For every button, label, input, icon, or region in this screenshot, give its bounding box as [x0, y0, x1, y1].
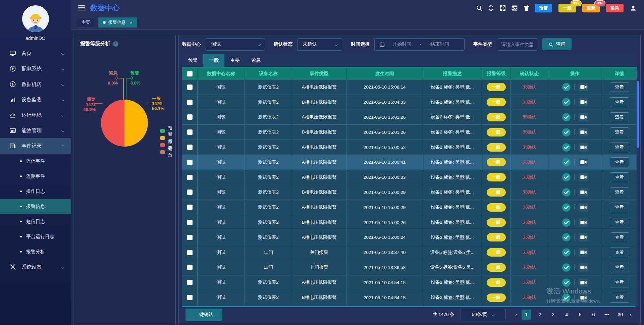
confirm-check-icon[interactable] — [562, 203, 571, 212]
confirm-check-icon[interactable] — [562, 218, 571, 227]
video-camera-icon[interactable] — [579, 218, 588, 227]
page-number[interactable]: 1 — [522, 310, 531, 320]
view-button[interactable]: 查看 — [610, 248, 629, 257]
alarm-badge-重要[interactable]: 重要99+ — [582, 4, 600, 12]
select-all-checkbox[interactable] — [187, 71, 193, 76]
prev-page-arrow[interactable]: ‹ — [515, 312, 517, 318]
row-checkbox[interactable] — [187, 250, 193, 255]
sidebar-item-events[interactable]: 事件记录 — [0, 138, 71, 154]
event-type-input[interactable] — [497, 38, 537, 51]
view-button[interactable]: 查看 — [610, 187, 629, 197]
row-checkbox[interactable] — [187, 265, 193, 270]
row-checkbox[interactable] — [187, 280, 193, 285]
sidebar-subitem-alarm-analysis[interactable]: 报警分析 — [0, 244, 71, 259]
video-camera-icon[interactable] — [579, 113, 588, 121]
view-button[interactable]: 查看 — [610, 263, 629, 272]
translate-icon[interactable]: A文 — [511, 5, 518, 11]
view-button[interactable]: 查看 — [610, 127, 629, 137]
row-checkbox[interactable] — [187, 100, 193, 105]
video-camera-icon[interactable] — [579, 83, 588, 91]
video-camera-icon[interactable] — [579, 263, 588, 272]
confirm-check-icon[interactable] — [562, 158, 571, 167]
vertical-scrollbar-thumb[interactable] — [637, 81, 639, 148]
sidebar-item-environment[interactable]: 运行环境 — [0, 107, 71, 123]
sidebar-item-data-room[interactable]: 数据机房 — [0, 76, 71, 92]
alarm-badge-预警[interactable]: 预警 — [535, 4, 552, 12]
row-checkbox[interactable] — [187, 205, 193, 210]
search-icon[interactable] — [476, 5, 483, 11]
breadcrumb-active-tab[interactable]: 报警信息 × — [98, 17, 137, 28]
video-camera-icon[interactable] — [579, 128, 588, 137]
row-checkbox[interactable] — [187, 145, 193, 150]
confirm-check-icon[interactable] — [562, 128, 571, 137]
page-number[interactable]: 3 — [548, 310, 558, 320]
video-camera-icon[interactable] — [579, 188, 588, 197]
fullscreen-icon[interactable] — [499, 5, 506, 11]
video-camera-icon[interactable] — [579, 143, 588, 152]
row-checkbox[interactable] — [187, 114, 193, 120]
info-icon[interactable]: ! — [113, 41, 118, 47]
video-camera-icon[interactable] — [579, 233, 588, 241]
tab-预警[interactable]: 预警 — [182, 54, 203, 67]
row-checkbox[interactable] — [187, 295, 193, 300]
page-number[interactable]: 5 — [575, 310, 585, 320]
view-button[interactable]: 查看 — [610, 293, 629, 303]
confirm-check-icon[interactable] — [562, 293, 571, 302]
confirm-check-icon[interactable] — [562, 233, 571, 242]
user-icon[interactable] — [630, 5, 637, 11]
page-number[interactable]: 6 — [589, 310, 598, 320]
datacenter-select[interactable]: 测试 — [206, 38, 265, 51]
search-button[interactable]: 查询 — [542, 38, 572, 50]
confirm-check-icon[interactable] — [562, 98, 571, 107]
row-checkbox[interactable] — [187, 220, 193, 225]
sidebar-subitem-remote-measure[interactable]: 遥测事件 — [0, 169, 71, 184]
next-page-arrow[interactable]: › — [630, 312, 632, 318]
confirm-check-icon[interactable] — [562, 83, 571, 92]
video-camera-icon[interactable] — [579, 248, 588, 257]
breadcrumb-home[interactable]: 主页 — [77, 17, 95, 28]
view-button[interactable]: 查看 — [610, 112, 629, 122]
video-camera-icon[interactable] — [579, 203, 588, 212]
sidebar-item-power-system[interactable]: 配电系统 — [0, 61, 71, 76]
video-camera-icon[interactable] — [579, 98, 588, 106]
menu-toggle-icon[interactable] — [78, 5, 85, 10]
view-button[interactable]: 查看 — [610, 172, 629, 182]
sidebar-item-device-monitor[interactable]: 设备监测 — [0, 92, 71, 107]
view-button[interactable]: 查看 — [610, 82, 629, 92]
view-button[interactable]: 查看 — [610, 203, 629, 212]
close-tab-icon[interactable]: × — [130, 20, 132, 25]
tab-重要[interactable]: 重要 — [224, 54, 246, 67]
legend-item-紧急[interactable]: 紧急 — [160, 149, 175, 156]
row-checkbox[interactable] — [187, 189, 193, 195]
row-checkbox[interactable] — [187, 85, 193, 90]
row-checkbox[interactable] — [187, 175, 193, 180]
confirm-status-select[interactable]: 未确认 — [297, 38, 342, 51]
confirm-check-icon[interactable] — [562, 113, 571, 122]
sidebar-subitem-operation-log[interactable]: 操作日志 — [0, 184, 71, 199]
page-number[interactable]: 30 — [615, 310, 625, 320]
alarm-badge-一般[interactable]: 一般99+ — [558, 4, 576, 12]
confirm-check-icon[interactable] — [562, 143, 571, 152]
confirm-all-button[interactable]: 一键确认 — [185, 309, 222, 321]
view-button[interactable]: 查看 — [610, 278, 629, 287]
confirm-check-icon[interactable] — [562, 248, 571, 257]
page-number[interactable]: 2 — [535, 310, 544, 320]
confirm-check-icon[interactable] — [562, 173, 571, 182]
view-button[interactable]: 查看 — [610, 97, 629, 107]
row-checkbox[interactable] — [187, 235, 193, 240]
refresh-icon[interactable] — [488, 5, 494, 11]
page-size-select[interactable]: 50条/页 — [461, 309, 506, 320]
view-button[interactable]: 查看 — [610, 143, 629, 152]
row-checkbox[interactable] — [187, 129, 193, 135]
confirm-check-icon[interactable] — [562, 263, 571, 272]
sidebar-subitem-platform-log[interactable]: 平台运行日志 — [0, 229, 71, 244]
sidebar-subitem-remote-signal[interactable]: 遥信事件 — [0, 154, 71, 169]
view-button[interactable]: 查看 — [610, 218, 629, 227]
view-button[interactable]: 查看 — [610, 157, 629, 167]
tab-一般[interactable]: 一般 — [203, 54, 224, 67]
video-camera-icon[interactable] — [579, 293, 588, 302]
date-range-picker[interactable]: 开始时间 - 结束时间 — [374, 38, 465, 51]
confirm-check-icon[interactable] — [562, 188, 571, 197]
video-camera-icon[interactable] — [579, 278, 588, 287]
vertical-scrollbar[interactable] — [637, 69, 639, 307]
